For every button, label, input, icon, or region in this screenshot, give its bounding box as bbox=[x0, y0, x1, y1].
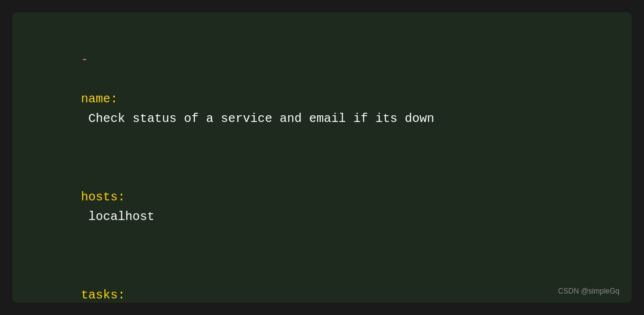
code-container: - name: Check status of a service and em… bbox=[12, 12, 632, 303]
watermark: CSDN @simpleGq bbox=[558, 287, 619, 295]
code-line-3: tasks: bbox=[37, 246, 607, 315]
dash-1: - bbox=[81, 53, 88, 67]
code-line-2: hosts: localhost bbox=[37, 148, 607, 246]
code-line-1: - name: Check status of a service and em… bbox=[37, 31, 607, 148]
code-block: - name: Check status of a service and em… bbox=[37, 31, 607, 315]
